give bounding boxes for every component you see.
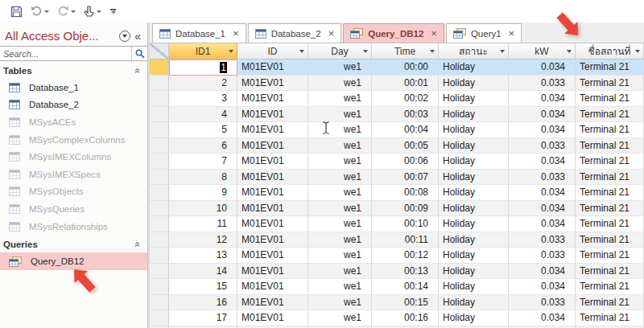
cell-col[interactable]: Holiday: [439, 59, 509, 76]
tab-query1[interactable]: Query1×: [446, 23, 522, 43]
cell-kw[interactable]: 0.033: [509, 232, 576, 248]
cell-kw[interactable]: 0.034: [509, 264, 576, 280]
close-icon[interactable]: ×: [328, 28, 335, 39]
cell-id[interactable]: M01EV01: [237, 91, 308, 107]
nav-group-tables[interactable]: Tables«: [0, 61, 147, 79]
cell-col[interactable]: Holiday: [439, 295, 509, 311]
cell-kw[interactable]: 0.034: [509, 279, 576, 295]
cell-day[interactable]: we1: [308, 170, 372, 186]
cell-id[interactable]: M01EV01: [237, 310, 308, 326]
cell-id1[interactable]: 10: [169, 201, 237, 217]
cell-col[interactable]: Holiday: [439, 201, 509, 217]
cell-col[interactable]: Terminal 21: [576, 91, 644, 107]
cell-id1[interactable]: 14: [169, 264, 237, 280]
cell-day[interactable]: we1: [308, 185, 372, 201]
cell-id[interactable]: M01EV01: [237, 295, 308, 311]
cell-day[interactable]: we1: [308, 232, 372, 248]
cell-time[interactable]: 00:03: [372, 107, 439, 123]
redo-button[interactable]: [55, 4, 78, 18]
cell-id[interactable]: M01EV01: [237, 216, 308, 232]
nav-item-msysqueries[interactable]: MSysQueries: [0, 200, 147, 218]
nav-item-database-2[interactable]: Database_2: [0, 96, 147, 114]
cell-id1[interactable]: 17: [169, 310, 237, 326]
cell-col[interactable]: Holiday: [439, 216, 509, 232]
cell-col[interactable]: Terminal 21: [576, 59, 644, 76]
record-selector[interactable]: [150, 201, 169, 217]
record-selector[interactable]: [150, 310, 169, 326]
cell-time[interactable]: 00:00: [372, 59, 439, 76]
cell-col[interactable]: Terminal 21: [576, 138, 644, 154]
filter-dropdown-icon[interactable]: [500, 50, 505, 53]
cell-day[interactable]: we1: [308, 279, 372, 295]
cell-col[interactable]: Terminal 21: [576, 154, 644, 170]
cell-id1[interactable]: 13: [169, 248, 237, 264]
cell-col[interactable]: Terminal 21: [576, 122, 644, 138]
record-selector[interactable]: [150, 185, 169, 201]
column-header-id[interactable]: ID: [237, 43, 308, 59]
cell-col[interactable]: Terminal 21: [576, 248, 644, 264]
cell-kw[interactable]: 0.033: [509, 295, 576, 311]
record-selector[interactable]: [150, 91, 169, 107]
nav-group-queries[interactable]: Queries«: [0, 235, 147, 252]
nav-item-msyscomplexcolumns[interactable]: MSysComplexColumns: [0, 131, 147, 149]
record-selector[interactable]: [150, 295, 169, 311]
tab-query-db12[interactable]: Query_DB12×: [343, 23, 444, 43]
nav-item-msysimexspecs[interactable]: MSysIMEXSpecs: [0, 166, 147, 183]
column-header-col[interactable]: ชื่อสถานที่: [576, 43, 644, 59]
filter-dropdown-icon[interactable]: [567, 50, 572, 53]
cell-id1[interactable]: 4: [169, 107, 237, 123]
redo-dropdown-icon[interactable]: [71, 10, 76, 13]
cell-kw[interactable]: 0.034: [509, 310, 576, 326]
cell-id1[interactable]: 1: [169, 59, 237, 76]
cell-col[interactable]: Terminal 21: [576, 279, 644, 295]
cell-day[interactable]: we1: [308, 310, 372, 326]
column-header-id1[interactable]: ID1: [169, 43, 237, 59]
cell-time[interactable]: 00:12: [372, 248, 439, 264]
filter-dropdown-icon[interactable]: [363, 50, 368, 53]
cell-id1[interactable]: 15: [169, 279, 237, 295]
collapse-group-chevron-icon[interactable]: «: [133, 68, 144, 74]
column-header-col[interactable]: สถานะ: [439, 43, 509, 59]
cell-time[interactable]: 00:09: [372, 201, 439, 217]
select-all-corner[interactable]: [150, 43, 169, 59]
undo-dropdown-icon[interactable]: [44, 10, 49, 13]
filter-dropdown-icon[interactable]: [229, 50, 233, 53]
cell-day[interactable]: we1: [308, 264, 372, 280]
cell-kw[interactable]: 0.034: [509, 91, 576, 107]
cell-col[interactable]: Holiday: [439, 248, 509, 264]
cell-id1[interactable]: 12: [169, 232, 237, 248]
cell-time[interactable]: 00:05: [372, 138, 439, 154]
cell-id[interactable]: M01EV01: [237, 264, 308, 280]
cell-time[interactable]: 00:07: [372, 170, 439, 186]
cell-day[interactable]: we1: [308, 138, 372, 154]
cell-kw[interactable]: 0.034: [509, 185, 576, 201]
cell-col[interactable]: Terminal 21: [576, 201, 644, 217]
nav-item-query-db12[interactable]: Query_DB12: [0, 252, 147, 270]
column-header-kw[interactable]: kW: [509, 43, 576, 59]
cell-id[interactable]: M01EV01: [237, 59, 308, 76]
column-header-time[interactable]: Time: [372, 43, 439, 59]
cell-col[interactable]: Holiday: [439, 91, 509, 107]
cell-col[interactable]: Terminal 21: [576, 295, 644, 311]
nav-pane-title[interactable]: All Access Obje...: [5, 29, 115, 43]
cell-col[interactable]: Terminal 21: [576, 170, 644, 186]
record-selector[interactable]: [150, 232, 169, 248]
cell-kw[interactable]: 0.034: [509, 201, 576, 217]
cell-id1[interactable]: 8: [169, 170, 237, 186]
nav-item-msysrelationships[interactable]: MSysRelationships: [0, 218, 147, 236]
cell-id1[interactable]: 11: [169, 216, 237, 232]
tab-database-2[interactable]: Database_2×: [248, 23, 342, 43]
cell-id1[interactable]: 9: [169, 185, 237, 201]
cell-col[interactable]: Holiday: [439, 232, 509, 248]
close-icon[interactable]: ×: [431, 28, 437, 39]
record-selector[interactable]: [150, 264, 169, 280]
cell-col[interactable]: Holiday: [439, 138, 509, 154]
cell-col[interactable]: Terminal 21: [576, 185, 644, 201]
cell-day[interactable]: we1: [308, 122, 372, 138]
cell-time[interactable]: 00:02: [372, 91, 439, 107]
record-selector[interactable]: [150, 279, 169, 295]
cell-col[interactable]: Terminal 21: [576, 107, 644, 123]
record-selector[interactable]: [150, 138, 169, 154]
tab-database-1[interactable]: Database_1×: [152, 23, 246, 43]
column-header-day[interactable]: Day: [308, 43, 372, 59]
